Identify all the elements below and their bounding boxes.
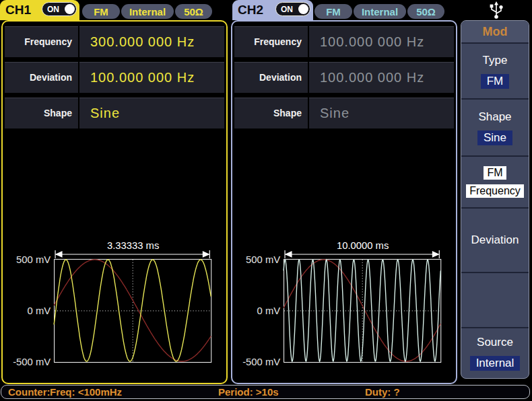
ch1-shape-value[interactable]: Sine xyxy=(79,98,224,129)
deviation-label: Deviation xyxy=(471,233,519,247)
softkey-fm-frequency[interactable]: FM Frequency xyxy=(461,157,529,209)
source-value-internal[interactable]: Internal xyxy=(470,356,521,371)
ch2-deviation-label: Deviation xyxy=(234,62,308,93)
ch1-label: CH1 xyxy=(0,3,31,17)
counter-status-bar: Counter: Freq: <100mHz Period: >10s Duty… xyxy=(1,385,530,399)
ch1-shape-label: Shape xyxy=(5,98,78,129)
ch2-deviation-value[interactable]: 100.000 000 Hz xyxy=(309,62,454,93)
ch1-deviation-label: Deviation xyxy=(5,62,78,93)
softkey-menu: Mod Type FM Shape Sine FM Frequency Devi… xyxy=(461,20,529,379)
ch1-panel: Frequency 300.000 000 Hz Deviation 100.0… xyxy=(1,20,228,384)
shape-label: Shape xyxy=(478,110,511,124)
ch2-frequency-row[interactable]: Frequency 100.000 000 Hz xyxy=(234,26,454,57)
ch1-on-label: ON xyxy=(42,5,59,14)
ch1-deviation-row[interactable]: Deviation 100.000 000 Hz xyxy=(5,62,224,93)
counter-duty: Duty: ? xyxy=(365,386,400,398)
softkey-source[interactable]: Source Internal xyxy=(461,328,529,378)
ch2-shape-row[interactable]: Shape Sine xyxy=(234,98,454,129)
counter-freq: Freq: <100mHz xyxy=(50,386,122,398)
ch1-frequency-row[interactable]: Frequency 300.000 000 Hz xyxy=(5,26,224,57)
frequency-selected-label[interactable]: Frequency xyxy=(466,184,524,198)
fm-selected-label[interactable]: FM xyxy=(484,166,506,180)
softkey-blank xyxy=(461,273,529,328)
counter-label: Counter: xyxy=(8,386,51,398)
ch2-label: CH2 xyxy=(232,3,263,17)
ch1-modulation-badge[interactable]: FM xyxy=(82,4,120,19)
ch1-waveform-display: 3.33333 ms 500 mV 0 mV -500 mV xyxy=(3,235,226,381)
ch2-ytick-bot: -500 mV xyxy=(242,357,280,367)
ch1-frequency-value[interactable]: 300.000 000 Hz xyxy=(79,26,224,57)
signal-generator-screen: CH1 ON FM Internal 50Ω CH2 ON FM Interna… xyxy=(0,0,532,401)
ch2-on-label: ON xyxy=(276,5,293,14)
ch2-ytick-top: 500 mV xyxy=(246,254,280,265)
ch2-on-toggle[interactable]: ON xyxy=(275,2,310,16)
ch2-span-label: 10.0000 ms xyxy=(337,240,389,251)
ch1-span-arrow xyxy=(55,250,209,258)
ch2-modulation-badge[interactable]: FM xyxy=(314,4,352,19)
tab-ch2[interactable]: CH2 ON xyxy=(232,0,313,20)
softkey-deviation[interactable]: Deviation xyxy=(461,209,529,273)
ch2-shape-label: Shape xyxy=(234,98,308,129)
softkey-type[interactable]: Type FM xyxy=(461,44,529,100)
counter-period: Period: >10s xyxy=(218,386,279,398)
ch1-mod-source-badge[interactable]: Internal xyxy=(121,4,174,19)
ch2-ytick-mid: 0 mV xyxy=(257,305,281,316)
ch1-fields: Frequency 300.000 000 Hz Deviation 100.0… xyxy=(5,26,224,129)
source-label: Source xyxy=(477,336,513,349)
ch2-frequency-value[interactable]: 100.000 000 Hz xyxy=(309,26,454,57)
ch1-on-toggle[interactable]: ON xyxy=(42,2,77,16)
ch2-shape-value[interactable]: Sine xyxy=(309,98,454,129)
ch1-span-label: 3.33333 ms xyxy=(107,240,159,251)
ch2-waveform-display: 10.0000 ms 500 mV 0 mV -500 mV xyxy=(232,235,456,381)
ch2-frequency-label: Frequency xyxy=(234,26,308,57)
ch1-toggle-knob xyxy=(65,4,75,14)
tab-ch1[interactable]: CH1 ON xyxy=(0,0,79,20)
usb-icon xyxy=(488,1,505,20)
menu-title-mod: Mod xyxy=(461,21,529,44)
ch1-deviation-value[interactable]: 100.000 000 Hz xyxy=(79,62,224,93)
shape-value-sine[interactable]: Sine xyxy=(477,131,512,145)
ch2-span-arrow xyxy=(285,250,439,258)
ch1-shape-row[interactable]: Shape Sine xyxy=(5,98,224,129)
ch2-fields: Frequency 100.000 000 Hz Deviation 100.0… xyxy=(234,26,454,129)
ch2-toggle-knob xyxy=(298,4,308,14)
ch1-ytick-mid: 0 mV xyxy=(28,305,51,316)
ch1-frequency-label: Frequency xyxy=(5,26,78,57)
type-value-fm[interactable]: FM xyxy=(481,74,510,89)
ch2-panel: Frequency 100.000 000 Hz Deviation 100.0… xyxy=(231,20,457,384)
ch1-ytick-top: 500 mV xyxy=(16,254,51,265)
ch1-ytick-bot: -500 mV xyxy=(13,357,51,367)
ch2-deviation-row[interactable]: Deviation 100.000 000 Hz xyxy=(234,62,454,93)
type-label: Type xyxy=(483,54,508,67)
ch2-impedance-badge[interactable]: 50Ω xyxy=(407,4,444,19)
ch2-mod-source-badge[interactable]: Internal xyxy=(354,4,406,19)
ch1-impedance-badge[interactable]: 50Ω xyxy=(175,4,212,19)
softkey-shape[interactable]: Shape Sine xyxy=(461,100,529,157)
